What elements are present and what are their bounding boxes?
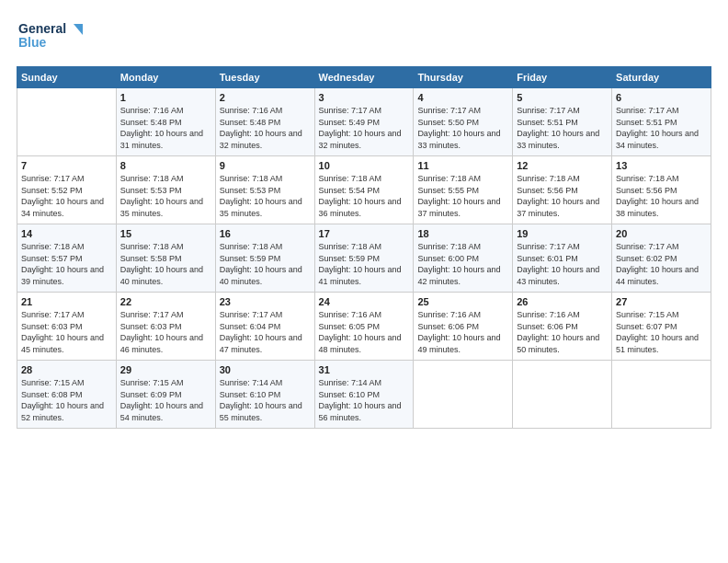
day-cell: 9Sunrise: 7:18 AMSunset: 5:53 PMDaylight… [215,156,314,224]
day-info: Sunrise: 7:15 AMSunset: 6:09 PMDaylight:… [120,377,211,423]
day-number: 29 [120,364,211,375]
day-info: Sunrise: 7:17 AMSunset: 6:03 PMDaylight:… [120,309,211,355]
svg-marker-2 [74,24,83,35]
day-info: Sunrise: 7:14 AMSunset: 6:10 PMDaylight:… [220,377,311,423]
day-number: 1 [120,92,211,103]
day-info: Sunrise: 7:18 AMSunset: 5:59 PMDaylight:… [319,241,410,287]
day-cell: 10Sunrise: 7:18 AMSunset: 5:54 PMDayligh… [314,156,414,224]
day-info: Sunrise: 7:17 AMSunset: 6:04 PMDaylight:… [220,309,311,355]
day-number: 3 [319,92,410,103]
day-cell: 17Sunrise: 7:18 AMSunset: 5:59 PMDayligh… [314,224,414,293]
day-number: 21 [21,296,112,307]
day-cell: 15Sunrise: 7:18 AMSunset: 5:58 PMDayligh… [116,224,215,293]
day-number: 18 [417,228,508,239]
calendar-table: SundayMondayTuesdayWednesdayThursdayFrid… [17,66,711,429]
week-row-1: 1Sunrise: 7:16 AMSunset: 5:48 PMDaylight… [17,88,711,156]
calendar-container: General Blue SundayMondayTuesdayWednesda… [0,0,728,563]
day-cell: 13Sunrise: 7:18 AMSunset: 5:56 PMDayligh… [612,156,711,224]
day-info: Sunrise: 7:18 AMSunset: 5:58 PMDaylight:… [120,241,211,287]
day-info: Sunrise: 7:17 AMSunset: 5:51 PMDaylight:… [517,105,608,151]
day-cell [17,88,117,156]
weekday-header-sunday: Sunday [17,67,117,88]
day-number: 4 [417,92,508,103]
day-cell: 1Sunrise: 7:16 AMSunset: 5:48 PMDaylight… [116,88,215,156]
day-info: Sunrise: 7:18 AMSunset: 5:53 PMDaylight:… [220,173,311,219]
day-cell: 23Sunrise: 7:17 AMSunset: 6:04 PMDayligh… [215,293,314,361]
day-number: 9 [220,160,311,171]
day-cell: 6Sunrise: 7:17 AMSunset: 5:51 PMDaylight… [612,88,711,156]
day-info: Sunrise: 7:15 AMSunset: 6:08 PMDaylight:… [21,377,112,423]
day-info: Sunrise: 7:18 AMSunset: 5:53 PMDaylight:… [120,173,211,219]
weekday-header-tuesday: Tuesday [215,67,314,88]
day-number: 26 [517,296,608,307]
day-number: 16 [220,228,311,239]
day-info: Sunrise: 7:16 AMSunset: 5:48 PMDaylight:… [220,105,311,151]
svg-text:Blue: Blue [18,35,47,50]
logo-icon: General Blue [17,17,99,53]
day-info: Sunrise: 7:15 AMSunset: 6:07 PMDaylight:… [616,309,707,355]
header: General Blue [17,17,711,57]
day-number: 24 [319,296,410,307]
day-cell: 25Sunrise: 7:16 AMSunset: 6:06 PMDayligh… [414,293,513,361]
day-info: Sunrise: 7:18 AMSunset: 5:56 PMDaylight:… [616,173,707,219]
day-cell: 8Sunrise: 7:18 AMSunset: 5:53 PMDaylight… [116,156,215,224]
svg-text:General: General [18,21,66,36]
day-cell: 28Sunrise: 7:15 AMSunset: 6:08 PMDayligh… [17,361,117,429]
day-number: 31 [319,364,410,375]
day-cell: 26Sunrise: 7:16 AMSunset: 6:06 PMDayligh… [513,293,612,361]
day-info: Sunrise: 7:17 AMSunset: 6:01 PMDaylight:… [517,241,608,287]
day-number: 20 [616,228,707,239]
day-info: Sunrise: 7:18 AMSunset: 5:59 PMDaylight:… [220,241,311,287]
day-cell: 21Sunrise: 7:17 AMSunset: 6:03 PMDayligh… [17,293,117,361]
day-number: 14 [21,228,112,239]
week-row-2: 7Sunrise: 7:17 AMSunset: 5:52 PMDaylight… [17,156,711,224]
day-cell: 27Sunrise: 7:15 AMSunset: 6:07 PMDayligh… [612,293,711,361]
week-row-3: 14Sunrise: 7:18 AMSunset: 5:57 PMDayligh… [17,224,711,293]
day-info: Sunrise: 7:17 AMSunset: 5:50 PMDaylight:… [417,105,508,151]
weekday-header-thursday: Thursday [414,67,513,88]
weekday-header-row: SundayMondayTuesdayWednesdayThursdayFrid… [17,67,711,88]
day-cell: 18Sunrise: 7:18 AMSunset: 6:00 PMDayligh… [414,224,513,293]
weekday-header-saturday: Saturday [612,67,711,88]
day-cell [513,361,612,429]
day-cell: 7Sunrise: 7:17 AMSunset: 5:52 PMDaylight… [17,156,117,224]
day-number: 19 [517,228,608,239]
day-number: 28 [21,364,112,375]
day-number: 15 [120,228,211,239]
day-number: 13 [616,160,707,171]
day-number: 10 [319,160,410,171]
day-info: Sunrise: 7:14 AMSunset: 6:10 PMDaylight:… [319,377,410,423]
day-number: 30 [220,364,311,375]
day-info: Sunrise: 7:16 AMSunset: 5:48 PMDaylight:… [120,105,211,151]
day-info: Sunrise: 7:17 AMSunset: 6:02 PMDaylight:… [616,241,707,287]
week-row-5: 28Sunrise: 7:15 AMSunset: 6:08 PMDayligh… [17,361,711,429]
day-info: Sunrise: 7:16 AMSunset: 6:06 PMDaylight:… [417,309,508,355]
day-cell: 4Sunrise: 7:17 AMSunset: 5:50 PMDaylight… [414,88,513,156]
day-cell: 20Sunrise: 7:17 AMSunset: 6:02 PMDayligh… [612,224,711,293]
day-number: 23 [220,296,311,307]
day-cell: 29Sunrise: 7:15 AMSunset: 6:09 PMDayligh… [116,361,215,429]
day-cell: 3Sunrise: 7:17 AMSunset: 5:49 PMDaylight… [314,88,414,156]
day-info: Sunrise: 7:17 AMSunset: 5:52 PMDaylight:… [21,173,112,219]
day-info: Sunrise: 7:16 AMSunset: 6:05 PMDaylight:… [319,309,410,355]
weekday-header-monday: Monday [116,67,215,88]
day-info: Sunrise: 7:16 AMSunset: 6:06 PMDaylight:… [517,309,608,355]
day-cell: 19Sunrise: 7:17 AMSunset: 6:01 PMDayligh… [513,224,612,293]
day-number: 17 [319,228,410,239]
weekday-header-friday: Friday [513,67,612,88]
day-cell: 24Sunrise: 7:16 AMSunset: 6:05 PMDayligh… [314,293,414,361]
day-info: Sunrise: 7:17 AMSunset: 5:49 PMDaylight:… [319,105,410,151]
day-cell: 31Sunrise: 7:14 AMSunset: 6:10 PMDayligh… [314,361,414,429]
week-row-4: 21Sunrise: 7:17 AMSunset: 6:03 PMDayligh… [17,293,711,361]
day-number: 6 [616,92,707,103]
day-cell: 5Sunrise: 7:17 AMSunset: 5:51 PMDaylight… [513,88,612,156]
weekday-header-wednesday: Wednesday [314,67,414,88]
day-info: Sunrise: 7:18 AMSunset: 5:54 PMDaylight:… [319,173,410,219]
day-info: Sunrise: 7:17 AMSunset: 5:51 PMDaylight:… [616,105,707,151]
day-info: Sunrise: 7:18 AMSunset: 6:00 PMDaylight:… [417,241,508,287]
day-cell [612,361,711,429]
day-info: Sunrise: 7:18 AMSunset: 5:57 PMDaylight:… [21,241,112,287]
day-cell: 22Sunrise: 7:17 AMSunset: 6:03 PMDayligh… [116,293,215,361]
day-cell: 14Sunrise: 7:18 AMSunset: 5:57 PMDayligh… [17,224,117,293]
day-cell: 30Sunrise: 7:14 AMSunset: 6:10 PMDayligh… [215,361,314,429]
